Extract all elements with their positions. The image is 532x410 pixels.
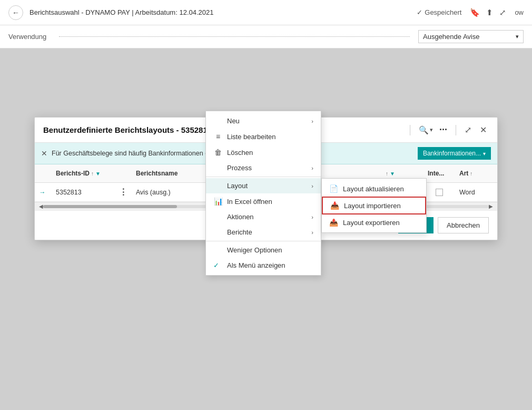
search-button[interactable]: 🔍 ▾	[419, 125, 433, 135]
context-menu: Neu › ≡ Liste bearbeiten 🗑 Löschen Proze…	[205, 111, 321, 276]
menu-item-aktionen[interactable]: Aktionen ›	[206, 209, 321, 224]
th-empty	[332, 168, 381, 179]
menu-liste-icon: ≡	[213, 132, 223, 141]
scroll-right-icon[interactable]: ▶	[489, 203, 493, 209]
sort-icon-2: ↑	[386, 171, 388, 177]
menu-item-prozess[interactable]: Prozess ›	[206, 160, 321, 175]
menu-item-loeschen[interactable]: 🗑 Löschen	[206, 144, 321, 160]
menu-item-layout-container: Layout › 📄 Layout aktualisieren 📥 Layout…	[206, 178, 321, 193]
dotted-line	[59, 36, 410, 37]
menu-neu-label: Neu	[227, 117, 307, 125]
verwendung-dropdown[interactable]: Ausgehende Avise ▾	[418, 30, 524, 43]
menu-item-weniger[interactable]: Weniger Optionen	[206, 242, 321, 258]
sub-menu-item-aktualisieren[interactable]: 📄 Layout aktualisieren	[322, 181, 426, 197]
bookmark-icon[interactable]: 🔖	[470, 8, 480, 17]
dropdown-value: Ausgehende Avise	[423, 33, 479, 41]
cell-berichts-id: 5352813	[52, 187, 115, 198]
search-icon: 🔍	[419, 125, 429, 135]
sub-menu-layout: 📄 Layout aktualisieren 📥 Layout importie…	[321, 178, 427, 233]
menu-separator-1	[206, 177, 321, 177]
layout-aktualisieren-icon: 📄	[329, 184, 339, 193]
th-berichtsname-label: Berichtsname	[136, 170, 178, 177]
menu-aktionen-arrow-icon: ›	[311, 214, 313, 220]
menu-layout-arrow-icon: ›	[311, 183, 313, 189]
menu-liste-label: Liste bearbeiten	[227, 133, 313, 141]
saved-text: Gespeichert	[425, 8, 461, 16]
back-button[interactable]: ←	[8, 5, 23, 20]
bank-btn-label: Bankinformationen...	[423, 150, 481, 157]
info-close-button[interactable]: ✕	[41, 149, 47, 158]
more-options-button[interactable]: ···	[437, 124, 449, 135]
menu-excel-label: In Excel öffnen	[227, 198, 313, 206]
row-menu-button[interactable]: ⋮	[119, 188, 127, 197]
filter-icon[interactable]: ▼	[95, 171, 101, 177]
menu-item-berichte[interactable]: Berichte ›	[206, 224, 321, 240]
cell-art: Word	[455, 187, 497, 198]
menu-aktionen-label: Aktionen	[227, 213, 307, 221]
menu-excel-icon: 📊	[213, 197, 223, 206]
share-icon[interactable]: ⬆	[486, 8, 493, 17]
back-icon: ←	[12, 8, 19, 17]
menu-layout-label: Layout	[227, 182, 307, 190]
menu-item-excel[interactable]: 📊 In Excel öffnen	[206, 193, 321, 209]
cancel-button[interactable]: Abbrechen	[438, 217, 489, 233]
top-bar-icons: 🔖 ⬆ ⤢	[470, 8, 506, 17]
th-sort-filter: ↑ ▼	[381, 168, 423, 179]
th-menu	[115, 168, 132, 179]
menu-weniger-label: Weniger Optionen	[227, 246, 313, 254]
menu-loeschen-icon: 🗑	[213, 148, 223, 157]
th-berichts-id: Berichts-ID ↑ ▼	[52, 168, 115, 179]
checkbox-input[interactable]	[436, 189, 443, 196]
menu-berichte-label: Berichte	[227, 228, 307, 236]
menu-als-menu-check-icon: ✓	[213, 261, 223, 269]
cell-checkbox[interactable]	[423, 187, 455, 198]
top-bar: ← Berichtsauswahl - DYNAMO PAY | Arbeits…	[0, 0, 532, 25]
menu-item-als-menu[interactable]: ✓ Als Menü anzeigen	[206, 258, 321, 273]
header-separator	[410, 125, 410, 135]
menu-item-liste[interactable]: ≡ Liste bearbeiten	[206, 129, 321, 144]
menu-neu-arrow-icon: ›	[311, 118, 313, 124]
layout-exportieren-label: Layout exportieren	[343, 219, 400, 227]
chevron-down-icon: ▾	[516, 33, 519, 40]
header-separator-2	[456, 125, 456, 135]
th-art: Art ↑	[455, 168, 497, 179]
th-berichts-id-label: Berichts-ID	[56, 170, 90, 177]
menu-separator-2	[206, 241, 321, 241]
page-title: Berichtsauswahl - DYNAMO PAY | Arbeitsda…	[29, 8, 410, 16]
modal-header-actions: 🔍 ▾ ··· ⤢ ✕	[419, 124, 489, 136]
menu-prozess-arrow-icon: ›	[311, 165, 313, 171]
bank-info-button[interactable]: Bankinformationen... ▾	[418, 147, 491, 160]
layout-importieren-icon: 📥	[330, 201, 340, 210]
sub-menu-item-importieren[interactable]: 📥 Layout importieren	[322, 197, 426, 214]
menu-prozess-label: Prozess	[227, 164, 307, 172]
menu-als-menu-label: Als Menü anzeigen	[227, 261, 313, 269]
menu-item-layout[interactable]: Layout ›	[206, 178, 321, 193]
layout-aktualisieren-label: Layout aktualisieren	[343, 185, 404, 193]
sub-bar: Verwendung Ausgehende Avise ▾	[0, 25, 532, 48]
sort-icon-art: ↑	[470, 171, 472, 177]
cell-row-menu[interactable]: ⋮	[115, 185, 132, 199]
menu-berichte-arrow-icon: ›	[311, 229, 313, 236]
th-art-label: Art	[459, 170, 468, 177]
chevron-down-icon: ▾	[430, 126, 433, 133]
th-inte-label: Inte...	[428, 170, 444, 177]
verwendung-label: Verwendung	[8, 33, 51, 41]
scroll-left-icon[interactable]: ◀	[39, 203, 43, 209]
sort-icon: ↑	[91, 171, 94, 177]
saved-indicator: ✓ Gespeichert	[417, 8, 461, 16]
row-arrow-icon: →	[35, 187, 52, 198]
th-arrow	[35, 168, 52, 179]
sub-menu-item-exportieren[interactable]: 📤 Layout exportieren	[322, 214, 426, 230]
maximize-button[interactable]: ⤢	[462, 124, 474, 136]
bank-btn-arrow-icon: ▾	[483, 151, 486, 157]
topbar-actions: ✓ Gespeichert 🔖 ⬆ ⤢ ow	[417, 8, 524, 17]
overflow-button[interactable]: ow	[515, 8, 524, 16]
scroll-thumb[interactable]	[43, 205, 177, 208]
layout-exportieren-icon: 📤	[329, 218, 339, 227]
close-button[interactable]: ✕	[478, 124, 489, 136]
menu-item-neu[interactable]: Neu ›	[206, 113, 321, 129]
check-icon: ✓	[417, 8, 422, 16]
th-inte: Inte...	[423, 168, 455, 179]
expand-icon[interactable]: ⤢	[499, 8, 506, 17]
filter-icon-2[interactable]: ▼	[390, 171, 395, 177]
